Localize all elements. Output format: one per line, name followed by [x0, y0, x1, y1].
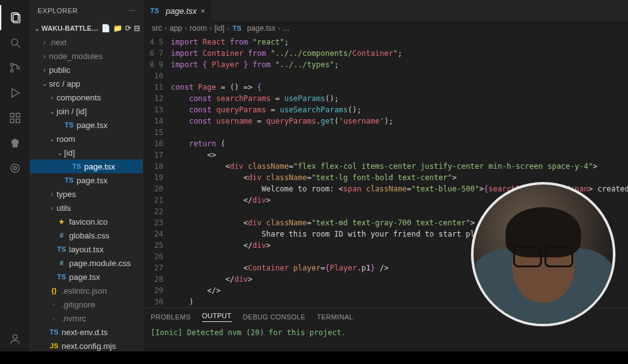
css-file-icon: # [57, 230, 67, 240]
panel-tab-debug-console[interactable]: DEBUG CONSOLE [243, 313, 306, 321]
folder-row[interactable]: ›utils [30, 201, 143, 215]
svg-marker-7 [12, 88, 19, 97]
file-row[interactable]: ★favicon.ico [30, 215, 143, 228]
ts-file-icon: TS [57, 272, 67, 282]
panel-tab-problems[interactable]: PROBLEMS [151, 313, 191, 321]
breadcrumb-segment[interactable]: room [190, 24, 207, 33]
new-folder-icon[interactable]: 📁 [113, 24, 122, 33]
tab-page-tsx[interactable]: TS page.tsx × [143, 0, 212, 21]
more-icon[interactable]: ⋯ [128, 7, 136, 15]
fav-file-icon: ★ [57, 217, 67, 227]
folder-row[interactable]: ›components [30, 90, 143, 104]
close-icon[interactable]: × [200, 6, 205, 16]
chevron-icon[interactable]: ⌄ [55, 149, 64, 156]
file-row[interactable]: TSpage.tsx [30, 159, 143, 173]
file-tree[interactable]: ›.next›node_modules›public⌄src / app›com… [30, 35, 143, 351]
explorer-icon[interactable] [0, 5, 30, 30]
folder-row[interactable]: ›.next [30, 35, 143, 49]
collapse-all-icon[interactable]: ⊟ [134, 24, 140, 33]
activity-bar [0, 0, 30, 351]
folder-row[interactable]: ⌄[id] [30, 146, 143, 159]
tree-item-label: types [57, 190, 76, 199]
js-file-icon: JS [49, 341, 59, 351]
panel-tab-output[interactable]: OUTPUT [202, 312, 232, 322]
svg-rect-8 [10, 114, 14, 117]
chevron-icon[interactable]: › [40, 67, 49, 73]
file-row[interactable]: TSpage.tsx [30, 118, 143, 132]
file-row[interactable]: TSnext-env.d.ts [30, 325, 143, 339]
folder-row[interactable]: ⌄join / [id] [30, 104, 143, 118]
tree-item-label: next.config.mjs [62, 341, 116, 351]
breadcrumb-segment[interactable]: src [152, 24, 162, 33]
file-row[interactable]: #page.module.css [30, 256, 143, 270]
panel-tab-terminal[interactable]: TERMINAL [317, 313, 353, 321]
refresh-icon[interactable]: ⟳ [125, 24, 131, 33]
file-row[interactable]: TSpage.tsx [30, 270, 143, 284]
search-icon[interactable] [0, 30, 30, 55]
folder-row[interactable]: ⌄src / app [30, 77, 143, 90]
ts-file-icon: TS [72, 161, 82, 171]
breadcrumb-separator: › [278, 24, 281, 33]
folder-row[interactable]: ›public [30, 63, 143, 77]
folder-row[interactable]: ⌄room [30, 132, 143, 146]
chef-hat-icon[interactable] [0, 131, 30, 156]
tree-item-label: [id] [64, 148, 75, 158]
editor-tabs: TS page.tsx × ⋯ [143, 0, 628, 21]
run-debug-icon[interactable] [0, 80, 30, 105]
json-file-icon: {} [49, 286, 59, 296]
tree-item-label: node_modules [49, 51, 102, 61]
chevron-icon[interactable]: › [48, 94, 57, 101]
breadcrumb-segment[interactable]: page.tsx [247, 24, 275, 33]
folder-row[interactable]: ›types [30, 187, 143, 201]
explorer-header: EXPLORER ⋯ [30, 0, 143, 21]
chevron-icon[interactable]: ⌄ [48, 136, 57, 142]
ts-file-icon: TS [49, 327, 59, 337]
tree-item-label: next-env.d.ts [62, 328, 107, 337]
chevron-icon[interactable]: › [40, 53, 49, 60]
output-body[interactable]: [Ionic] Detected nvm (20) for this proje… [143, 326, 628, 351]
breadcrumb-segment[interactable]: app [170, 24, 182, 33]
svg-rect-9 [16, 114, 19, 117]
breadcrumb-segment[interactable]: ... [283, 24, 290, 33]
tree-item-label: utils [57, 203, 71, 213]
svg-line-3 [17, 45, 19, 47]
account-icon[interactable] [0, 326, 30, 351]
tree-item-label: page.module.css [69, 259, 131, 268]
tree-item-label: page.tsx [77, 176, 107, 185]
tree-item-label: join / [id] [57, 107, 87, 116]
file-row[interactable]: TSlayout.tsx [30, 242, 143, 256]
svg-point-2 [11, 39, 18, 45]
svg-point-12 [11, 164, 19, 172]
chevron-icon[interactable]: › [48, 191, 57, 198]
chevron-icon[interactable]: ⌄ [40, 80, 49, 87]
css-file-icon: # [57, 258, 67, 268]
svg-point-5 [10, 70, 13, 72]
ts-file-icon: TS [64, 175, 74, 185]
tree-item-label: src / app [49, 79, 80, 88]
tree-item-label: room [57, 134, 75, 144]
tree-item-label: components [57, 93, 101, 102]
tree-item-label: .nvmrc [62, 314, 86, 323]
svg-rect-10 [10, 119, 14, 123]
chevron-icon[interactable]: ⌄ [48, 108, 57, 115]
chevron-icon[interactable]: › [48, 205, 57, 211]
extensions-icon[interactable] [0, 105, 30, 131]
project-header[interactable]: ⌄ WAKU-BATTLES... 📄 📁 ⟳ ⊟ [30, 21, 143, 35]
file-row[interactable]: JSnext.config.mjs [30, 339, 143, 351]
file-row[interactable]: TSpage.tsx [30, 173, 143, 187]
source-control-icon[interactable] [0, 55, 30, 80]
tree-item-label: .eslintrc.json [62, 286, 107, 296]
file-row[interactable]: ◦.nvmrc [30, 311, 143, 325]
svg-rect-11 [16, 119, 19, 123]
target-icon[interactable] [0, 156, 30, 181]
chevron-icon[interactable]: › [40, 39, 49, 46]
file-row[interactable]: #globals.css [30, 228, 143, 242]
new-file-icon[interactable]: 📄 [101, 24, 111, 33]
folder-row[interactable]: ›node_modules [30, 49, 143, 63]
file-row[interactable]: ◦.gitignore [30, 297, 143, 311]
gray-file-icon: ◦ [49, 299, 59, 309]
explorer-title: EXPLORER [38, 7, 78, 14]
breadcrumb-segment[interactable]: [id] [214, 24, 224, 33]
file-row[interactable]: {}.eslintrc.json [30, 284, 143, 297]
breadcrumb[interactable]: src›app›room›[id]›TSpage.tsx›... [143, 21, 628, 35]
